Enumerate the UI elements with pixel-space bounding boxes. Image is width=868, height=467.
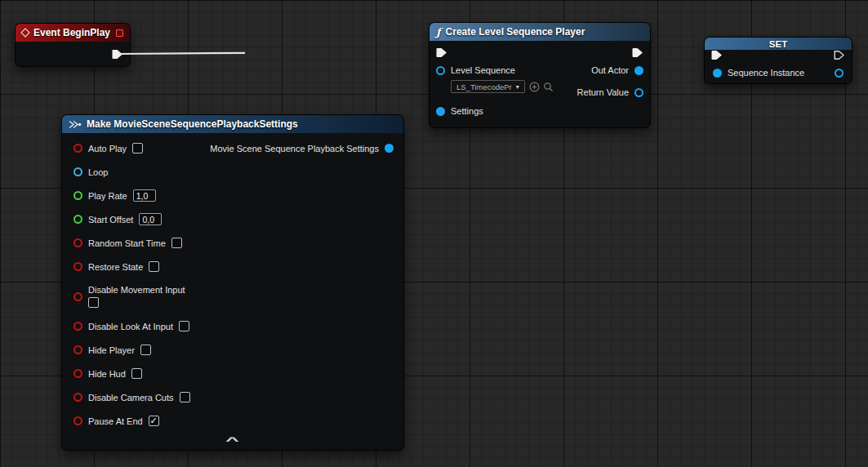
sequence-instance-output-pin[interactable] <box>835 69 844 78</box>
hide-player-checkbox[interactable] <box>140 345 151 355</box>
pin-row-pause-at-end: Pause At End ✓ <box>73 409 394 433</box>
pin-row-disable-movement-input: Disable Movement Input <box>73 278 394 314</box>
node-title: Event BeginPlay <box>33 27 110 38</box>
node-event-beginplay[interactable]: Event BeginPlay <box>15 23 131 67</box>
pin-label: Level Sequence <box>451 65 515 75</box>
collapse-button[interactable]: ^ <box>226 435 240 447</box>
pin-label: Hide Hud <box>88 369 126 379</box>
exec-input-pin[interactable] <box>711 50 723 60</box>
sequence-instance-input-pin[interactable] <box>713 69 722 78</box>
pin-row-disable-look-at-input: Disable Look At Input <box>73 314 394 338</box>
node-title: SET <box>769 39 787 49</box>
exec-output-pin[interactable] <box>632 47 643 58</box>
pin-row-return-value: Return Value <box>577 85 643 100</box>
output-pins-column: Out Actor Return Value <box>577 63 643 118</box>
pin-row-random-start-time: Random Start Time <box>73 231 394 255</box>
pin-label: Restore State <box>88 262 143 272</box>
random-start-time-pin[interactable] <box>73 238 82 247</box>
output-pin-row: Movie Scene Sequence Playback Settings <box>210 144 394 153</box>
use-selected-icon[interactable] <box>529 82 540 92</box>
pin-row-sequence-instance: Sequence Instance <box>705 65 852 80</box>
browse-asset-icon[interactable] <box>543 82 554 92</box>
pin-row-hide-player: Hide Player <box>73 338 394 362</box>
pin-label: Disable Camera Cuts <box>88 393 174 403</box>
node-title: Make MovieSceneSequencePlaybackSettings <box>87 118 298 130</box>
pin-label: Settings <box>451 106 483 116</box>
asset-name: LS_TimecodePr <box>456 82 512 91</box>
pin-label: Out Actor <box>591 65 629 75</box>
start-offset-input[interactable] <box>139 213 162 225</box>
playback-settings-output-pin[interactable] <box>385 144 394 153</box>
pause-at-end-pin[interactable] <box>73 416 82 425</box>
exec-output-pin[interactable] <box>834 50 845 60</box>
pin-row-disable-camera-cuts: Disable Camera Cuts <box>73 385 394 409</box>
return-value-pin[interactable] <box>634 88 643 97</box>
pin-label: Play Rate <box>88 191 127 201</box>
node-make-playback-settings[interactable]: Make MovieSceneSequencePlaybackSettings … <box>61 114 404 451</box>
asset-picker-row: LS_TimecodePr ▾ <box>451 79 554 94</box>
pin-row-auto-play: Auto Play Movie Scene Sequence Playback … <box>73 136 394 160</box>
pin-row-out-actor: Out Actor <box>577 63 643 78</box>
input-pins-column: Level Sequence LS_TimecodePr ▾ <box>436 63 554 118</box>
pin-rows: Auto Play Movie Scene Sequence Playback … <box>62 133 403 433</box>
start-offset-pin[interactable] <box>73 215 82 224</box>
play-rate-input[interactable] <box>133 189 156 202</box>
chevron-down-icon: ▾ <box>516 83 519 91</box>
hide-hud-pin[interactable] <box>73 369 82 378</box>
level-sequence-pin[interactable] <box>436 66 445 75</box>
auto-play-pin[interactable] <box>73 144 82 153</box>
hide-player-pin[interactable] <box>73 345 82 354</box>
pin-row-start-offset: Start Offset <box>73 207 394 231</box>
node-header[interactable]: Make MovieSceneSequencePlaybackSettings <box>62 115 403 133</box>
exec-input-pin[interactable] <box>436 47 447 58</box>
asset-tools <box>529 82 554 92</box>
restore-state-checkbox[interactable] <box>149 261 159 272</box>
disable-movement-input-checkbox[interactable] <box>88 297 99 308</box>
disable-camera-cuts-pin[interactable] <box>73 393 82 402</box>
event-icon <box>20 28 29 37</box>
pin-label: Random Start Time <box>88 238 166 248</box>
settings-pin[interactable] <box>436 107 445 116</box>
make-struct-icon <box>69 120 82 129</box>
pin-row-loop: Loop <box>73 160 394 184</box>
pin-row-hide-hud: Hide Hud <box>73 362 394 385</box>
node-set-sequence-instance[interactable]: SET Sequence Instance <box>704 37 852 84</box>
pin-label: Hide Player <box>88 345 135 355</box>
pin-row-level-sequence: Level Sequence <box>436 63 554 78</box>
node-header[interactable]: SET <box>705 38 852 50</box>
level-sequence-asset-dropdown[interactable]: LS_TimecodePr ▾ <box>451 80 525 93</box>
pin-row-settings: Settings <box>436 104 554 118</box>
pin-label: Auto Play <box>88 144 127 153</box>
pause-at-end-checkbox[interactable]: ✓ <box>149 416 159 426</box>
pin-label: Loop <box>88 167 108 177</box>
pin-label: Pause At End <box>88 416 143 426</box>
auto-play-checkbox[interactable] <box>132 143 143 153</box>
check-icon: ✓ <box>150 416 158 425</box>
pin-label: Disable Look At Input <box>88 322 173 331</box>
output-pin-label: Movie Scene Sequence Playback Settings <box>210 144 379 153</box>
pin-label: Sequence Instance <box>728 68 804 78</box>
node-header[interactable]: Event BeginPlay <box>16 24 130 42</box>
loop-pin[interactable] <box>73 167 82 176</box>
node-header[interactable]: ƒ Create Level Sequence Player <box>430 23 650 41</box>
disable-movement-input-pin[interactable] <box>73 292 82 301</box>
node-title: Create Level Sequence Player <box>446 26 585 38</box>
disable-camera-cuts-checkbox[interactable] <box>180 392 190 403</box>
disable-look-at-input-checkbox[interactable] <box>179 321 189 331</box>
exec-wire-beginplay-to-create[interactable] <box>119 51 245 54</box>
play-rate-pin[interactable] <box>73 191 82 200</box>
disable-look-at-input-pin[interactable] <box>73 322 82 331</box>
pin-label: Disable Movement Input <box>88 285 185 295</box>
delegate-pin[interactable] <box>116 29 123 37</box>
blueprint-graph-canvas[interactable]: Event BeginPlay ƒ Create Level Sequence … <box>0 0 868 467</box>
function-icon: ƒ <box>436 26 441 38</box>
random-start-time-checkbox[interactable] <box>171 238 182 248</box>
hide-hud-checkbox[interactable] <box>131 368 142 379</box>
node-create-level-sequence-player[interactable]: ƒ Create Level Sequence Player Level Seq… <box>429 22 651 128</box>
pin-label: Start Offset <box>88 215 133 225</box>
pin-label: Return Value <box>577 87 629 97</box>
pin-row-play-rate: Play Rate <box>73 184 394 207</box>
exec-output-pin[interactable] <box>112 49 123 60</box>
restore-state-pin[interactable] <box>73 262 82 271</box>
out-actor-pin[interactable] <box>634 66 643 75</box>
